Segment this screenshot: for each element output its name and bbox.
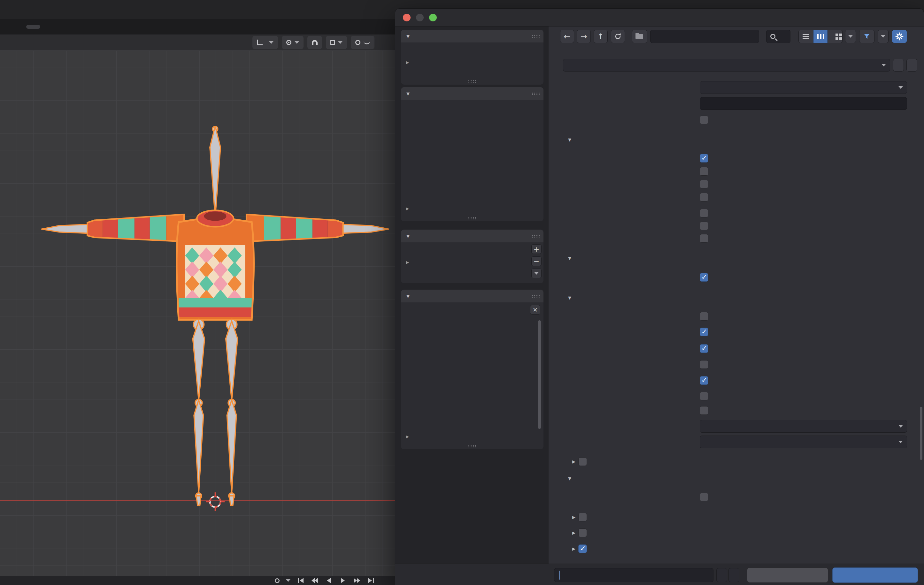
- recent-item[interactable]: [401, 330, 537, 343]
- checkbox-punctual-lights[interactable]: [700, 234, 708, 243]
- tab-sculpting[interactable]: [61, 25, 75, 29]
- section-include[interactable]: [549, 133, 924, 146]
- path-input[interactable]: [650, 30, 759, 43]
- filename-decrement-button[interactable]: [716, 568, 727, 582]
- search-input[interactable]: [766, 30, 790, 43]
- sidebar-item-desktop-2[interactable]: [401, 178, 543, 191]
- menu-object[interactable]: [20, 41, 31, 44]
- vertical-list-button[interactable]: [799, 30, 813, 43]
- minimize-button[interactable]: [416, 14, 424, 21]
- tab-animation[interactable]: [130, 25, 144, 29]
- checkbox-skinning[interactable]: [578, 544, 587, 553]
- copyright-input[interactable]: [700, 97, 907, 110]
- remove-bookmark-button[interactable]: −: [531, 256, 541, 266]
- recent-item[interactable]: [401, 355, 537, 368]
- settings-button[interactable]: [892, 30, 907, 43]
- detail-list-button[interactable]: [813, 30, 828, 43]
- close-button[interactable]: [403, 14, 411, 21]
- filter-settings-dropdown[interactable]: [878, 30, 889, 43]
- bookmarks-header[interactable]: [401, 230, 543, 242]
- recent-scrollbar[interactable]: [538, 320, 541, 429]
- section-transform[interactable]: [549, 251, 924, 265]
- expand-arrow[interactable]: [401, 432, 543, 440]
- forward-button[interactable]: →: [577, 30, 591, 43]
- display-settings-dropdown[interactable]: [845, 30, 856, 43]
- subsection-compression[interactable]: [549, 455, 924, 468]
- prev-keyframe-button[interactable]: [311, 577, 318, 584]
- filename-increment-button[interactable]: [728, 568, 739, 582]
- proportional-editing-toggle[interactable]: [351, 36, 375, 49]
- menu-help[interactable]: [2, 26, 8, 28]
- checkbox-y-up[interactable]: [700, 273, 708, 282]
- expand-arrow[interactable]: [401, 204, 543, 213]
- sidebar-item-shared-drives[interactable]: [401, 102, 543, 115]
- checkbox-loose-edges[interactable]: [700, 392, 708, 400]
- recent-item[interactable]: [401, 317, 537, 330]
- checkbox-selected-objects[interactable]: [700, 154, 708, 163]
- recent-item[interactable]: [401, 419, 537, 432]
- checkbox-visible-objects[interactable]: [700, 167, 708, 176]
- auto-key-record-icon[interactable]: [275, 578, 280, 583]
- parent-directory-button[interactable]: ↑: [594, 30, 608, 43]
- section-animation[interactable]: [549, 471, 924, 485]
- tab-rendering[interactable]: [147, 25, 161, 29]
- volumes-header[interactable]: [401, 30, 543, 43]
- checkbox-uvs[interactable]: [700, 328, 708, 336]
- recent-item[interactable]: [401, 407, 537, 419]
- system-header[interactable]: [401, 87, 543, 100]
- checkbox-tangents[interactable]: [700, 360, 708, 369]
- clear-recent-button[interactable]: ✕: [530, 305, 540, 315]
- tab-texture-paint[interactable]: [95, 25, 109, 29]
- remove-preset-button[interactable]: [906, 59, 917, 71]
- menu-add[interactable]: [10, 41, 20, 44]
- checkbox-renderable-objects[interactable]: [700, 180, 708, 188]
- dialog-titlebar[interactable]: [395, 8, 924, 26]
- jump-to-start-button[interactable]: [297, 577, 305, 584]
- recent-item[interactable]: [401, 368, 537, 381]
- sidebar-item-desktop[interactable]: [401, 153, 543, 166]
- pivot-point-select[interactable]: [282, 36, 304, 49]
- tab-shading[interactable]: [112, 25, 127, 29]
- checkbox-custom-properties[interactable]: [700, 209, 708, 218]
- cancel-button[interactable]: [747, 567, 828, 583]
- recent-item[interactable]: [401, 343, 537, 355]
- sidebar-item-google-drive[interactable]: [401, 245, 543, 258]
- chevron-down-icon[interactable]: [286, 579, 290, 582]
- panel-grip[interactable]: [468, 80, 477, 83]
- panel-grip[interactable]: [531, 295, 540, 298]
- bookmark-options-button[interactable]: [531, 269, 541, 278]
- expand-arrow[interactable]: [401, 58, 543, 66]
- recent-item[interactable]: [401, 304, 537, 317]
- snap-toggle[interactable]: [307, 36, 322, 49]
- checkbox-compression[interactable]: [578, 457, 587, 466]
- play-reverse-button[interactable]: [325, 577, 333, 584]
- subsection-animation[interactable]: [549, 511, 924, 523]
- add-bookmark-button[interactable]: +: [531, 244, 541, 254]
- recent-header[interactable]: [401, 290, 543, 302]
- panel-grip[interactable]: [531, 235, 540, 237]
- checkbox-apply-modifiers[interactable]: [700, 312, 708, 321]
- zoom-button[interactable]: [429, 14, 437, 21]
- sidebar-item-mvfw-2023[interactable]: [401, 166, 543, 178]
- panel-grip[interactable]: [468, 216, 477, 219]
- checkbox-remember-export-settings[interactable]: [700, 115, 708, 124]
- tab-modeling[interactable]: [43, 25, 58, 29]
- checkbox-cameras[interactable]: [700, 222, 708, 230]
- tab-layout[interactable]: [26, 25, 40, 29]
- panel-grip[interactable]: [468, 445, 477, 447]
- jump-to-end-button[interactable]: [367, 577, 375, 584]
- export-button[interactable]: [832, 567, 918, 583]
- transform-orientation-select[interactable]: [252, 36, 278, 49]
- format-select[interactable]: [700, 81, 907, 94]
- expand-arrow[interactable]: [401, 258, 543, 266]
- images-select[interactable]: [700, 435, 907, 448]
- section-geometry[interactable]: [549, 291, 924, 304]
- snap-settings-select[interactable]: [326, 36, 347, 49]
- sidebar-item-macintosh-hd[interactable]: [401, 45, 543, 58]
- add-preset-button[interactable]: [893, 59, 904, 71]
- sidebar-item-dropbox[interactable]: [401, 115, 543, 127]
- checkbox-shape-keys[interactable]: [578, 529, 587, 537]
- checkbox-animation[interactable]: [578, 513, 587, 521]
- next-keyframe-button[interactable]: [353, 577, 361, 584]
- checkbox-normals[interactable]: [700, 344, 708, 353]
